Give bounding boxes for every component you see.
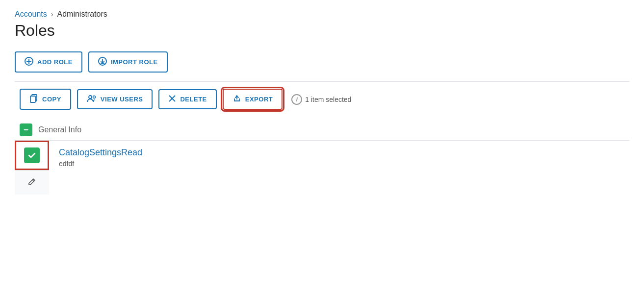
- breadcrumb-current: Administrators: [57, 10, 107, 19]
- copy-button[interactable]: COPY: [20, 89, 71, 110]
- view-users-button[interactable]: VIEW USERS: [77, 89, 153, 109]
- collapse-group-icon[interactable]: −: [20, 123, 32, 136]
- edit-icon[interactable]: [27, 177, 36, 188]
- top-action-buttons: ADD ROLE IMPORT ROLE: [15, 51, 629, 73]
- breadcrumb-separator: ›: [51, 10, 53, 18]
- roles-table: CatalogSettingsRead edfdf: [15, 140, 629, 195]
- group-header: − General Info: [15, 120, 629, 140]
- row-actions-column: [15, 141, 49, 195]
- toolbar-divider: [15, 81, 629, 82]
- row-checkbox[interactable]: [24, 147, 40, 163]
- plus-circle-icon: [25, 57, 33, 67]
- delete-label: DELETE: [180, 96, 206, 103]
- svg-point-8: [89, 96, 92, 98]
- selected-count: 1 item selected: [305, 96, 351, 103]
- role-description: edfdf: [59, 160, 619, 168]
- users-icon: [87, 95, 97, 104]
- svg-point-9: [93, 96, 95, 98]
- breadcrumb: Accounts › Administrators: [15, 10, 629, 19]
- row-edit-cell[interactable]: [15, 170, 49, 195]
- row-content: CatalogSettingsRead edfdf: [49, 141, 629, 195]
- import-role-button[interactable]: IMPORT ROLE: [88, 51, 168, 73]
- selection-action-buttons: COPY VIEW USERS DELETE: [15, 89, 629, 110]
- delete-button[interactable]: DELETE: [158, 89, 216, 109]
- view-users-label: VIEW USERS: [101, 96, 143, 103]
- add-role-label: ADD ROLE: [37, 58, 73, 66]
- add-role-button[interactable]: ADD ROLE: [15, 51, 82, 73]
- copy-icon: [29, 94, 38, 104]
- breadcrumb-accounts-link[interactable]: Accounts: [15, 10, 47, 19]
- copy-label: COPY: [42, 96, 61, 103]
- selected-info: i 1 item selected: [291, 94, 351, 105]
- role-name-link[interactable]: CatalogSettingsRead: [59, 147, 619, 158]
- import-role-label: IMPORT ROLE: [111, 58, 158, 66]
- page-title: Roles: [15, 22, 629, 40]
- export-icon: [232, 94, 241, 104]
- info-icon: i: [291, 94, 302, 105]
- import-icon: [98, 57, 107, 67]
- delete-x-icon: [168, 95, 176, 104]
- svg-rect-7: [30, 96, 35, 102]
- group-label: General Info: [38, 125, 81, 134]
- svg-line-13: [32, 180, 34, 181]
- row-checkbox-cell[interactable]: [15, 141, 49, 170]
- export-label: EXPORT: [245, 96, 273, 103]
- export-button[interactable]: EXPORT: [223, 89, 283, 110]
